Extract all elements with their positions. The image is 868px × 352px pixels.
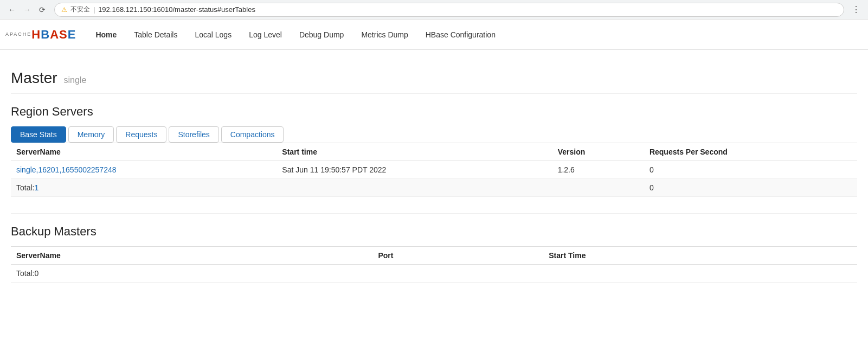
nav-item-table-details[interactable]: Table Details	[125, 20, 186, 50]
nav-item-log-level[interactable]: Log Level	[240, 20, 291, 50]
unsafe-label: 不安全	[70, 5, 90, 14]
logo-apache-text: APACHE	[5, 32, 31, 37]
col-requests-per-second: Requests Per Second	[644, 143, 857, 161]
total-count-link[interactable]: 1	[34, 183, 38, 192]
region-servers-tabs: Base Stats Memory Requests Storefiles Co…	[11, 126, 857, 143]
region-servers-table-header-row: ServerName Start time Version Requests P…	[11, 143, 857, 161]
tab-base-stats[interactable]: Base Stats	[11, 126, 66, 143]
logo: APACHE HBASE	[5, 29, 76, 41]
browser-menu-button[interactable]: ⋮	[850, 3, 863, 16]
backup-masters-table: ServerName Port Start Time Total:0	[11, 246, 857, 283]
col-start-time: Start time	[277, 143, 552, 161]
forward-button[interactable]: →	[21, 3, 34, 16]
cell-start-time: Sat Jun 11 19:50:57 PDT 2022	[277, 161, 552, 179]
nav-menu: Home Table Details Local Logs Log Level …	[87, 20, 504, 50]
nav-item-debug-dump[interactable]: Debug Dump	[291, 20, 353, 50]
cell-requests: 0	[644, 161, 857, 179]
total-requests: 0	[644, 179, 857, 197]
section-divider	[11, 213, 857, 214]
url-display: 192.168.121.150:16010/master-status#user…	[98, 5, 255, 14]
back-button[interactable]: ←	[5, 3, 18, 16]
page-title: Master	[11, 69, 57, 86]
master-title-section: Master single	[11, 61, 857, 94]
page-content: Master single Region Servers Base Stats …	[0, 50, 868, 310]
col-server-name: ServerName	[11, 143, 277, 161]
table-row: single,16201,1655002257248 Sat Jun 11 19…	[11, 161, 857, 179]
bm-total-label: Total:0	[11, 265, 372, 283]
backup-masters-section: Backup Masters ServerName Port Start Tim…	[11, 225, 857, 283]
reload-button[interactable]: ⟳	[36, 3, 49, 16]
security-warning-icon: ⚠	[61, 6, 67, 14]
col-bm-server-name: ServerName	[11, 247, 372, 265]
nav-item-local-logs[interactable]: Local Logs	[186, 20, 240, 50]
region-servers-total-row: Total:1 0	[11, 179, 857, 197]
col-bm-port: Port	[372, 247, 543, 265]
tab-requests[interactable]: Requests	[116, 126, 166, 143]
tab-memory[interactable]: Memory	[68, 126, 114, 143]
top-navigation: APACHE HBASE Home Table Details Local Lo…	[0, 20, 868, 50]
region-servers-table: ServerName Start time Version Requests P…	[11, 143, 857, 197]
browser-nav-buttons: ← → ⟳	[5, 3, 49, 16]
cell-version: 1.2.6	[552, 161, 644, 179]
backup-masters-table-header-row: ServerName Port Start Time	[11, 247, 857, 265]
logo-hbase-text: HBASE	[31, 29, 76, 41]
col-bm-start-time: Start Time	[543, 247, 857, 265]
nav-item-metrics-dump[interactable]: Metrics Dump	[352, 20, 416, 50]
browser-chrome: ← → ⟳ ⚠ 不安全 | 192.168.121.150:16010/mast…	[0, 0, 868, 20]
cell-server-name: single,16201,1655002257248	[11, 161, 277, 179]
nav-item-hbase-configuration[interactable]: HBase Configuration	[417, 20, 504, 50]
region-servers-section: Region Servers Base Stats Memory Request…	[11, 105, 857, 197]
nav-item-home[interactable]: Home	[87, 20, 125, 50]
backup-masters-title: Backup Masters	[11, 225, 857, 239]
region-servers-title: Region Servers	[11, 105, 857, 119]
address-bar[interactable]: ⚠ 不安全 | 192.168.121.150:16010/master-sta…	[54, 3, 844, 17]
server-name-link[interactable]: single,16201,1655002257248	[16, 165, 117, 174]
backup-masters-total-row: Total:0	[11, 265, 857, 283]
col-version: Version	[552, 143, 644, 161]
tab-compactions[interactable]: Compactions	[221, 126, 284, 143]
master-subtitle: single	[63, 75, 86, 85]
tab-storefiles[interactable]: Storefiles	[169, 126, 218, 143]
total-label: Total:1	[11, 179, 277, 197]
